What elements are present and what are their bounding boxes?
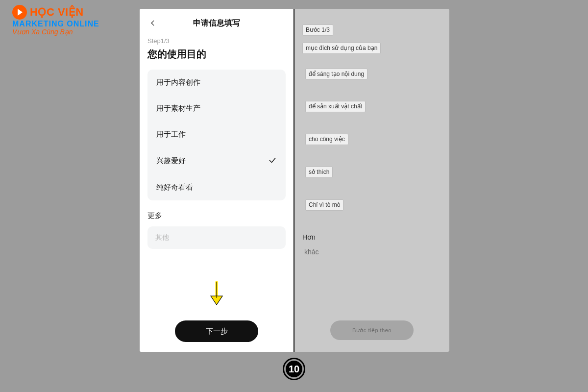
other-input[interactable]: 其他 bbox=[147, 226, 286, 249]
options-list: 用于内容创作 用于素材生产 用于工作 兴趣爱好 纯好奇看看 bbox=[147, 70, 286, 200]
option-label: 纯好奇看看 bbox=[156, 183, 193, 192]
logo-line2: MARKETING ONLINE bbox=[12, 20, 99, 28]
next-button-translated[interactable]: Bước tiếp theo bbox=[330, 320, 414, 340]
option-label: 用于素材生产 bbox=[156, 104, 200, 113]
step-indicator-translated: Bước 1/3 bbox=[302, 24, 333, 36]
other-placeholder: 其他 bbox=[155, 233, 169, 241]
annotation-arrow-icon bbox=[208, 281, 225, 308]
panel-translation: Bước 1/3 mục đích sử dụng của bạn để sán… bbox=[294, 9, 449, 352]
step-indicator: Step1/3 bbox=[147, 37, 286, 45]
options-list-translated: để sáng tạo nội dung để sản xuất vật chấ… bbox=[302, 69, 441, 211]
logo-play-icon bbox=[12, 5, 27, 20]
check-icon bbox=[268, 156, 277, 166]
page-title: 申请信息填写 bbox=[147, 18, 286, 28]
option-curious[interactable]: 纯好奇看看 bbox=[147, 174, 286, 200]
comparison-panels: 申请信息填写 Step1/3 您的使用目的 用于内容创作 用于素材生产 用于工作… bbox=[140, 9, 449, 352]
option-material-production[interactable]: 用于素材生产 bbox=[147, 96, 286, 122]
header-bar: 申请信息填写 bbox=[147, 16, 286, 30]
logo-line1: HỌC VIỆN bbox=[30, 6, 84, 18]
option-curious-translated: Chỉ vì tò mò bbox=[305, 199, 343, 211]
option-content-creation[interactable]: 用于内容创作 bbox=[147, 70, 286, 96]
panel-original: 申请信息填写 Step1/3 您的使用目的 用于内容创作 用于素材生产 用于工作… bbox=[140, 9, 294, 352]
next-button-label: 下一步 bbox=[206, 327, 228, 336]
option-work-translated: cho công việc bbox=[305, 134, 348, 145]
more-section-translated: Hơn khác bbox=[302, 233, 441, 256]
option-label: 用于工作 bbox=[156, 130, 186, 139]
next-button-label-translated: Bước tiếp theo bbox=[352, 327, 392, 334]
other-placeholder-translated: khác bbox=[302, 248, 441, 256]
option-material-production-translated: để sản xuất vật chất bbox=[305, 101, 366, 112]
option-hobby[interactable]: 兴趣爱好 bbox=[147, 147, 286, 174]
more-label: 更多 bbox=[147, 211, 286, 220]
option-hobby-translated: sở thích bbox=[305, 167, 333, 178]
tutorial-step-badge: 10 bbox=[283, 358, 305, 380]
next-button[interactable]: 下一步 bbox=[175, 320, 258, 342]
logo-line3: Vươn Xa Cùng Bạn bbox=[12, 28, 99, 36]
more-label-translated: Hơn bbox=[302, 233, 441, 241]
option-label: 兴趣爱好 bbox=[156, 156, 186, 166]
question-title-translated: mục đích sử dụng của bạn bbox=[302, 43, 381, 54]
brand-logo: HỌC VIỆN MARKETING ONLINE Vươn Xa Cùng B… bbox=[12, 5, 99, 36]
option-work[interactable]: 用于工作 bbox=[147, 122, 286, 147]
option-content-creation-translated: để sáng tạo nội dung bbox=[305, 69, 368, 80]
question-title: 您的使用目的 bbox=[147, 48, 286, 61]
tutorial-step-number: 10 bbox=[286, 361, 302, 377]
option-label: 用于内容创作 bbox=[156, 78, 200, 87]
